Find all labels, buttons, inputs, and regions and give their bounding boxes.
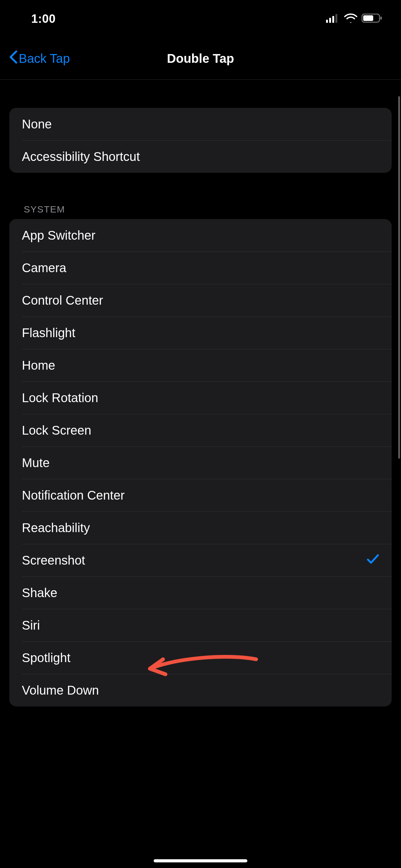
status-time: 1:00	[31, 12, 56, 26]
list-item[interactable]: Notification Center	[9, 479, 392, 512]
status-right	[326, 12, 382, 26]
list-item[interactable]: Lock Rotation	[9, 381, 392, 414]
list-item[interactable]: Spotlight	[9, 642, 392, 674]
back-button[interactable]: Back Tap	[9, 50, 70, 67]
battery-icon	[362, 12, 382, 26]
svg-rect-3	[335, 14, 337, 23]
svg-rect-2	[332, 16, 334, 23]
list-item-label: Screenshot	[22, 553, 85, 567]
svg-rect-6	[380, 17, 381, 20]
list-item-label: Mute	[22, 456, 49, 470]
list-item-label: Control Center	[22, 293, 103, 307]
list-item-label: Camera	[22, 261, 66, 275]
group-general: NoneAccessibility Shortcut	[9, 108, 392, 173]
list-item-label: Lock Rotation	[22, 391, 98, 405]
cellular-icon	[326, 12, 340, 26]
chevron-left-icon	[9, 50, 18, 67]
list-item-label: Lock Screen	[22, 423, 91, 437]
list-item[interactable]: Screenshot	[9, 544, 392, 577]
checkmark-icon	[367, 553, 379, 567]
list-item[interactable]: App Switcher	[9, 219, 392, 251]
list-item[interactable]: Flashlight	[9, 316, 392, 349]
nav-bar: Back Tap Double Tap	[0, 37, 401, 80]
list-item[interactable]: Mute	[9, 446, 392, 479]
wifi-icon	[344, 12, 357, 26]
page-title: Double Tap	[167, 52, 234, 66]
list-item-label: Shake	[22, 586, 57, 600]
content-area: NoneAccessibility Shortcut SYSTEM App Sw…	[0, 108, 401, 707]
list-item[interactable]: Camera	[9, 251, 392, 284]
list-item-label: None	[22, 117, 52, 131]
list-item-label: Volume Down	[22, 683, 99, 698]
svg-rect-5	[363, 15, 373, 21]
svg-rect-1	[329, 18, 331, 23]
list-item[interactable]: Lock Screen	[9, 414, 392, 446]
section-header-system: SYSTEM	[9, 204, 392, 219]
list-item-label: Flashlight	[22, 326, 75, 340]
list-item[interactable]: Shake	[9, 577, 392, 609]
list-item-label: Home	[22, 359, 55, 372]
list-item-label: App Switcher	[22, 228, 96, 243]
list-item[interactable]: Volume Down	[9, 674, 392, 707]
list-item[interactable]: None	[9, 108, 392, 140]
list-item-label: Siri	[22, 618, 40, 632]
back-label: Back Tap	[19, 52, 70, 66]
list-item[interactable]: Home	[9, 349, 392, 381]
list-item[interactable]: Siri	[9, 609, 392, 642]
list-item[interactable]: Control Center	[9, 284, 392, 316]
list-item-label: Spotlight	[22, 651, 71, 665]
list-item-label: Notification Center	[22, 488, 125, 502]
status-bar: 1:00	[0, 0, 401, 37]
svg-rect-0	[326, 20, 328, 23]
home-indicator[interactable]	[154, 859, 247, 862]
list-item-label: Accessibility Shortcut	[22, 150, 140, 164]
scroll-indicator[interactable]	[398, 96, 400, 459]
list-item[interactable]: Reachability	[9, 512, 392, 544]
list-item-label: Reachability	[22, 521, 90, 535]
list-item[interactable]: Accessibility Shortcut	[9, 140, 392, 173]
group-system: App SwitcherCameraControl CenterFlashlig…	[9, 219, 392, 707]
